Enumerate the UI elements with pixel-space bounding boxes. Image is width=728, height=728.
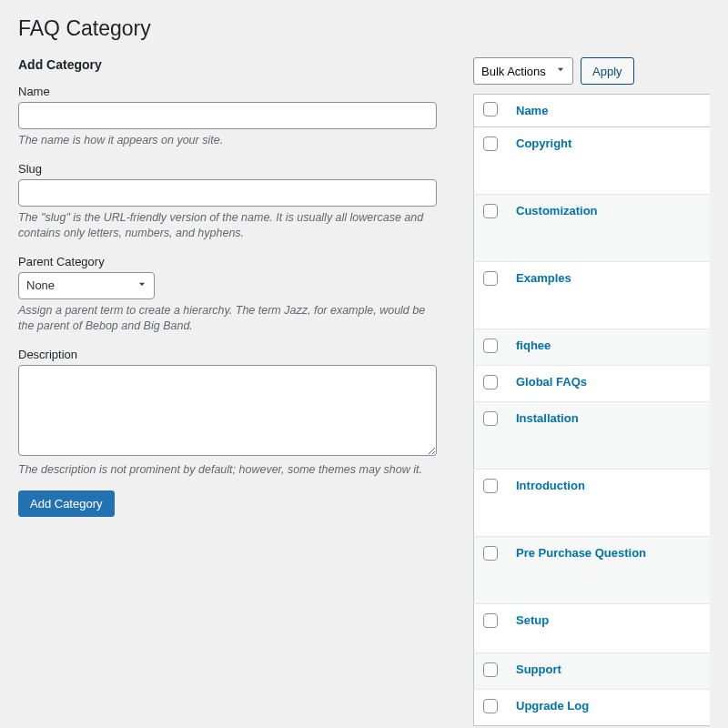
bulk-actions-select[interactable]: Bulk Actions [473,57,573,85]
table-row: fiqhee [474,329,711,366]
add-category-form: Add Category Name The name is how it app… [18,57,437,726]
row-checkbox[interactable] [483,271,498,286]
row-checkbox[interactable] [483,204,498,218]
select-all-checkbox[interactable] [483,102,498,116]
table-row: Customization [474,195,711,262]
category-link[interactable]: Introduction [516,479,585,492]
category-link[interactable]: Support [516,662,561,676]
table-row: Installation [474,402,711,470]
category-link[interactable]: Copyright [516,136,571,150]
page-title: FAQ Category [18,16,710,41]
form-title: Add Category [18,57,437,72]
row-checkbox[interactable] [483,375,498,389]
description-textarea[interactable] [18,365,437,456]
description-label: Description [18,348,437,361]
row-checkbox[interactable] [483,479,498,493]
table-row: Examples [474,262,711,329]
category-link[interactable]: fiqhee [516,339,551,352]
parent-select[interactable]: None [18,272,155,299]
name-input[interactable] [18,102,437,129]
row-checkbox[interactable] [483,662,498,677]
category-link[interactable]: Customization [516,204,598,217]
category-link[interactable]: Global FAQs [516,375,587,389]
row-checkbox[interactable] [483,136,498,151]
name-help: The name is how it appears on your site. [18,133,437,149]
table-row: Pre Purchase Question [474,537,711,604]
slug-input[interactable] [18,179,437,207]
category-link[interactable]: Installation [516,411,579,425]
row-checkbox[interactable] [483,699,498,713]
categories-table: Name Copyright Customization [473,94,710,726]
table-row: Support [474,653,711,690]
row-checkbox[interactable] [483,339,498,353]
table-row: Global FAQs [474,366,711,402]
description-help: The description is not prominent by defa… [18,462,437,479]
category-link[interactable]: Pre Purchase Question [516,546,646,560]
category-list: Bulk Actions Apply Name [473,57,710,726]
table-row: Upgrade Log [474,690,711,726]
row-checkbox[interactable] [483,411,498,426]
row-checkbox[interactable] [483,546,498,561]
table-row: Copyright [474,127,711,195]
apply-button[interactable]: Apply [581,57,634,85]
parent-help: Assign a parent term to create a hierarc… [18,303,437,335]
category-link[interactable]: Upgrade Log [516,699,589,713]
name-label: Name [18,85,437,98]
table-row: Introduction [474,470,711,537]
category-link[interactable]: Setup [516,613,549,627]
column-header-name[interactable]: Name [516,104,548,117]
slug-label: Slug [18,162,437,176]
parent-label: Parent Category [18,255,437,268]
slug-help: The "slug" is the URL-friendly version o… [18,210,437,242]
row-checkbox[interactable] [483,613,498,628]
table-row: Setup [474,604,711,653]
category-link[interactable]: Examples [516,271,571,285]
add-category-button[interactable]: Add Category [18,490,115,517]
